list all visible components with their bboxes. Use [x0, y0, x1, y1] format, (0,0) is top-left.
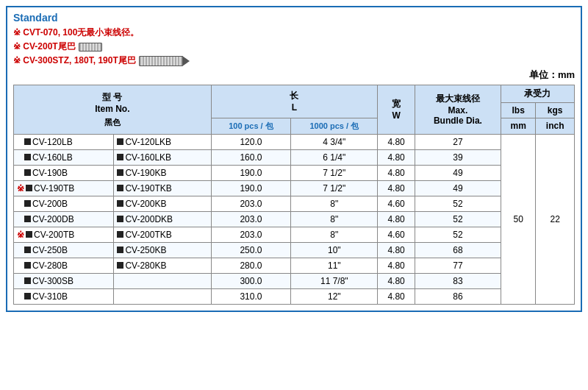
item-id1-cell: CV-200DB [14, 211, 114, 227]
black-square-icon [24, 262, 31, 269]
note-1: ※ CVT-070, 100无最小束线径。 [13, 26, 575, 40]
width-value: 4.80 [378, 165, 415, 180]
width-value: 4.60 [378, 196, 415, 211]
item-label-1000: CV-250KB [125, 245, 166, 255]
item-label-1000: CV-280KB [125, 260, 166, 271]
note-2-text: ※ CV-200T尾巴 [13, 40, 76, 54]
length-mm: 203.0 [211, 196, 291, 211]
black-square-icon [24, 216, 31, 222]
sym-mark: ※ [17, 230, 24, 240]
table-row: CV-200BCV-200KB203.08"4.6052 [14, 196, 575, 211]
table-row: CV-250BCV-250KB250.010"4.8068 [14, 242, 575, 258]
th-mm: mm [501, 118, 535, 134]
item-id2-cell [114, 288, 211, 304]
item-label-100: CV-120LB [32, 137, 73, 147]
th-lbs: lbs [501, 102, 535, 118]
length-inch: 8" [291, 227, 378, 242]
black-square-icon [117, 138, 123, 145]
bundle-dia-value: 52 [415, 196, 501, 211]
black-square-icon [24, 247, 31, 253]
length-mm: 160.0 [211, 149, 291, 165]
item-label-100: CV-200DB [32, 214, 74, 224]
width-value: 4.80 [378, 273, 415, 288]
black-square-icon [24, 138, 31, 145]
th-inch: inch [536, 118, 575, 134]
note-3: ※ CV-300STZ, 180T, 190T尾巴 [13, 54, 575, 68]
bundle-dia-value: 83 [415, 273, 501, 288]
length-inch: 11 7/8" [291, 273, 378, 288]
black-square-icon [24, 154, 31, 160]
header-title: Standard [13, 12, 575, 24]
item-id2-cell: CV-200TKB [114, 227, 211, 242]
kgs-value: 22 [536, 134, 575, 304]
table-row: CV-160LBCV-160LKB160.06 1/4"4.8039 [14, 149, 575, 165]
width-value: 4.80 [378, 242, 415, 258]
cable-icon-small [79, 43, 102, 52]
th-bundle: 最大束线径 Max. Bundle Dia. [415, 85, 501, 134]
length-inch: 7 1/2" [291, 180, 378, 196]
length-mm: 310.0 [211, 288, 291, 304]
item-label-100: CV-250B [32, 245, 68, 255]
item-id1-cell: ※CV-190TB [14, 180, 114, 196]
item-label-1000: CV-200KB [125, 199, 166, 209]
width-value: 4.80 [378, 149, 415, 165]
sym-mark: ※ [17, 183, 24, 194]
item-id2-cell: CV-160LKB [114, 149, 211, 165]
length-inch: 7 1/2" [291, 165, 378, 180]
table-row: CV-190BCV-190KB190.07 1/2"4.8049 [14, 165, 575, 180]
length-inch: 6 1/4" [291, 149, 378, 165]
black-square-icon [117, 247, 123, 253]
item-id1-cell: CV-120LB [14, 134, 114, 149]
black-square-icon [26, 185, 32, 191]
item-label-1000: CV-190TKB [125, 183, 171, 194]
black-square-icon [24, 277, 31, 284]
length-mm: 203.0 [211, 227, 291, 242]
length-mm: 300.0 [211, 273, 291, 288]
black-square-icon [117, 154, 123, 160]
bundle-dia-value: 77 [415, 258, 501, 273]
item-label-100: CV-310B [32, 291, 68, 302]
note-1-text: ※ CVT-070, 100无最小束线径。 [13, 26, 139, 40]
black-square-icon [24, 293, 31, 299]
item-id2-cell: CV-200DKB [114, 211, 211, 227]
length-inch: 8" [291, 196, 378, 211]
item-id2-cell: CV-200KB [114, 196, 211, 211]
bundle-dia-value: 86 [415, 288, 501, 304]
item-label-1000: CV-120LKB [125, 137, 171, 147]
lbs-value: 50 [501, 134, 535, 304]
item-id1-cell: CV-300SB [14, 273, 114, 288]
item-id1-cell: CV-310B [14, 288, 114, 304]
th-length: 长 L [211, 85, 378, 118]
length-mm: 120.0 [211, 134, 291, 149]
table-row: CV-310B310.012"4.8086 [14, 288, 575, 304]
item-id2-cell: CV-250KB [114, 242, 211, 258]
length-inch: 11" [291, 258, 378, 273]
item-id1-cell: CV-160LB [14, 149, 114, 165]
item-label-100: CV-160LB [32, 152, 73, 163]
header-notes: ※ CVT-070, 100无最小束线径。 ※ CV-200T尾巴 ※ CV-3… [13, 26, 575, 68]
item-id2-cell [114, 273, 211, 288]
th-item-no: 型 号 Item No. 黑色 [14, 85, 212, 134]
black-square-icon [117, 169, 123, 176]
item-label-100: CV-200B [32, 199, 68, 209]
note-3-text: ※ CV-300STZ, 180T, 190T尾巴 [13, 54, 136, 68]
black-square-icon [117, 200, 123, 207]
th-strength: 承受力 [501, 85, 574, 102]
th-qty1000: 1000 pcs / 包 [291, 118, 378, 134]
length-inch: 12" [291, 288, 378, 304]
item-label-100: CV-280B [32, 260, 68, 271]
item-id2-cell: CV-120LKB [114, 134, 211, 149]
black-square-icon [117, 216, 123, 222]
width-value: 4.80 [378, 134, 415, 149]
item-id1-cell: CV-280B [14, 258, 114, 273]
width-value: 4.80 [378, 288, 415, 304]
length-mm: 203.0 [211, 211, 291, 227]
width-value: 4.80 [378, 180, 415, 196]
main-container: Standard ※ CVT-070, 100无最小束线径。 ※ CV-200T… [6, 6, 582, 312]
item-label-100: CV-200TB [34, 230, 74, 240]
item-id1-cell: CV-200B [14, 196, 114, 211]
bundle-dia-value: 39 [415, 149, 501, 165]
th-qty100: 100 pcs / 包 [211, 118, 291, 134]
table-row: ※CV-200TBCV-200TKB203.08"4.6052 [14, 227, 575, 242]
length-inch: 10" [291, 242, 378, 258]
